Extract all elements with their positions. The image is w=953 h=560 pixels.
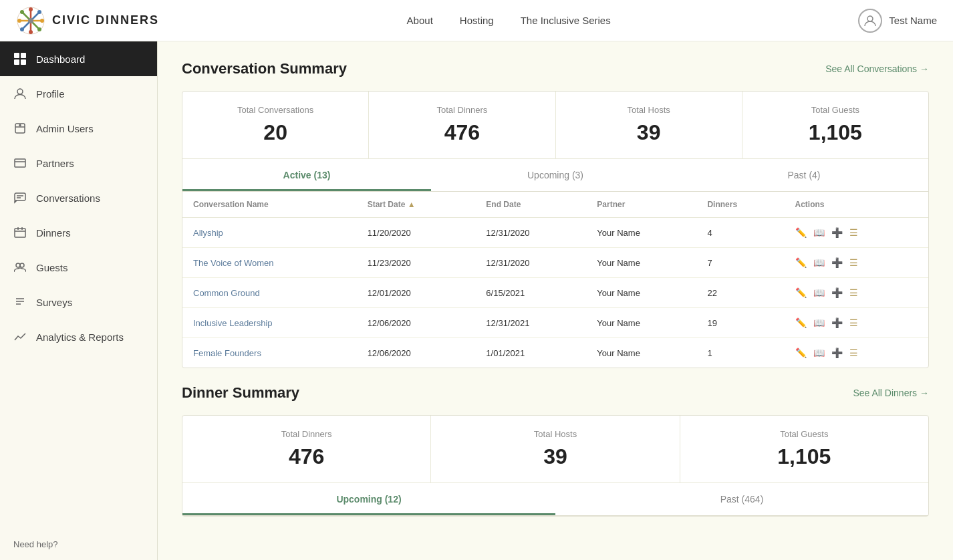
dinner-stat-dinners: Total Dinners 476 — [182, 416, 431, 482]
book-icon[interactable]: 📖 — [813, 287, 825, 298]
edit-icon[interactable]: ✏️ — [795, 287, 807, 298]
nav-links: About Hosting The Inclusive Series — [407, 15, 611, 26]
sidebar-analytics-label: Analytics & Reports — [36, 331, 124, 343]
user-menu[interactable]: Test Name — [858, 9, 937, 33]
dinner-summary-header: Dinner Summary See All Dinners → — [182, 384, 929, 402]
cell-actions: ✏️ 📖 ➕ ☰ — [785, 338, 928, 368]
cell-dinners: 7 — [696, 248, 784, 278]
edit-icon[interactable]: ✏️ — [795, 257, 807, 268]
svg-point-11 — [37, 10, 41, 14]
list-icon[interactable]: ☰ — [849, 257, 858, 268]
cell-end: 12/31/2021 — [475, 308, 586, 338]
book-icon[interactable]: 📖 — [813, 257, 825, 268]
conversation-name-link[interactable]: Common Ground — [193, 288, 260, 298]
stat-guests-label: Total Guests — [759, 105, 912, 115]
nav-about[interactable]: About — [407, 15, 433, 26]
cell-name: Common Ground — [182, 278, 357, 308]
sidebar-dinners-label: Dinners — [36, 227, 71, 239]
dinner-dinners-label: Total Dinners — [198, 429, 414, 439]
conversation-name-link[interactable]: Inclusive Leadership — [193, 318, 273, 328]
add-icon[interactable]: ➕ — [831, 317, 843, 328]
dinner-tabs: Upcoming (12) Past (464) — [182, 483, 928, 516]
add-icon[interactable]: ➕ — [831, 347, 843, 358]
nav-inclusive-series[interactable]: The Inclusive Series — [521, 15, 611, 26]
list-icon[interactable]: ☰ — [849, 227, 858, 238]
conversation-name-link[interactable]: Female Founders — [193, 348, 261, 358]
book-icon[interactable]: 📖 — [813, 317, 825, 328]
list-icon[interactable]: ☰ — [849, 347, 858, 358]
edit-icon[interactable]: ✏️ — [795, 317, 807, 328]
conversation-table-body: Allyship 11/20/2020 12/31/2020 Your Name… — [182, 218, 928, 368]
see-all-conversations-link[interactable]: See All Conversations → — [825, 63, 929, 74]
table-header: Conversation Name Start Date ▲ End Date … — [182, 192, 928, 218]
svg-rect-23 — [15, 159, 25, 167]
svg-rect-18 — [21, 59, 26, 65]
conversation-name-link[interactable]: The Voice of Women — [193, 258, 273, 268]
app-layout: Dashboard Profile Admin Users — [0, 41, 953, 560]
sidebar-item-admin-users[interactable]: Admin Users — [0, 111, 157, 146]
cell-actions: ✏️ 📖 ➕ ☰ — [785, 278, 928, 308]
dinner-tab-upcoming[interactable]: Upcoming (12) — [182, 483, 555, 515]
logo-area[interactable]: CIVIC DINNERS — [16, 6, 159, 35]
stat-conversations-label: Total Conversations — [198, 105, 352, 115]
edit-icon[interactable]: ✏️ — [795, 347, 807, 358]
svg-point-13 — [28, 18, 33, 23]
cell-end: 12/31/2020 — [475, 218, 586, 248]
cell-start: 12/06/2020 — [357, 308, 476, 338]
cell-dinners: 1 — [696, 338, 784, 368]
cell-end: 12/31/2020 — [475, 248, 586, 278]
logo-icon — [16, 6, 45, 35]
sidebar-guests-label: Guests — [36, 262, 68, 273]
conversation-stats-row: Total Conversations 20 Total Dinners 476… — [182, 92, 928, 159]
cell-actions: ✏️ 📖 ➕ ☰ — [785, 308, 928, 338]
see-all-dinners-link[interactable]: See All Dinners → — [853, 388, 929, 398]
svg-rect-17 — [14, 59, 19, 65]
svg-point-8 — [40, 19, 44, 23]
add-icon[interactable]: ➕ — [831, 257, 843, 268]
list-icon[interactable]: ☰ — [849, 317, 858, 328]
cell-partner: Your Name — [586, 278, 696, 308]
partners-icon — [13, 156, 27, 170]
svg-point-33 — [20, 263, 24, 267]
sidebar-item-surveys[interactable]: Surveys — [0, 285, 157, 319]
cell-start: 12/06/2020 — [357, 338, 476, 368]
conversation-stats-card: Total Conversations 20 Total Dinners 476… — [182, 91, 929, 368]
sidebar-item-guests[interactable]: Guests — [0, 250, 157, 285]
conversation-name-link[interactable]: Allyship — [193, 228, 223, 238]
logo-text: CIVIC DINNERS — [52, 13, 159, 27]
svg-point-12 — [20, 27, 24, 31]
stat-hosts-label: Total Hosts — [572, 105, 726, 115]
add-icon[interactable]: ➕ — [831, 227, 843, 238]
dinner-tab-past[interactable]: Past (464) — [555, 483, 928, 515]
profile-icon — [13, 87, 27, 100]
sidebar-item-partners[interactable]: Partners — [0, 146, 157, 180]
user-avatar — [858, 9, 882, 33]
tab-active[interactable]: Active (13) — [182, 159, 431, 191]
svg-point-5 — [29, 7, 33, 11]
tab-past[interactable]: Past (4) — [680, 159, 928, 191]
nav-hosting[interactable]: Hosting — [460, 15, 494, 26]
sidebar-item-profile[interactable]: Profile — [0, 76, 157, 111]
tab-upcoming[interactable]: Upcoming (3) — [431, 159, 680, 191]
book-icon[interactable]: 📖 — [813, 227, 825, 238]
edit-icon[interactable]: ✏️ — [795, 227, 807, 238]
top-navigation: CIVIC DINNERS About Hosting The Inclusiv… — [0, 0, 953, 41]
sidebar-profile-label: Profile — [36, 88, 65, 100]
svg-rect-16 — [21, 53, 26, 58]
cell-start: 11/20/2020 — [357, 218, 476, 248]
cell-end: 6/15/2021 — [475, 278, 586, 308]
book-icon[interactable]: 📖 — [813, 347, 825, 358]
sidebar: Dashboard Profile Admin Users — [0, 41, 158, 560]
help-text[interactable]: Need help? — [0, 529, 157, 560]
sidebar-item-analytics[interactable]: Analytics & Reports — [0, 319, 157, 354]
add-icon[interactable]: ➕ — [831, 287, 843, 298]
stat-total-dinners: Total Dinners 476 — [369, 92, 555, 158]
cell-name: The Voice of Women — [182, 248, 357, 278]
stat-total-conversations: Total Conversations 20 — [182, 92, 369, 158]
table-row: The Voice of Women 11/23/2020 12/31/2020… — [182, 248, 928, 278]
list-icon[interactable]: ☰ — [849, 287, 858, 298]
sidebar-item-dashboard[interactable]: Dashboard — [0, 41, 157, 76]
col-start-date[interactable]: Start Date ▲ — [357, 192, 476, 218]
sidebar-item-dinners[interactable]: Dinners — [0, 215, 157, 250]
sidebar-item-conversations[interactable]: Conversations — [0, 180, 157, 215]
